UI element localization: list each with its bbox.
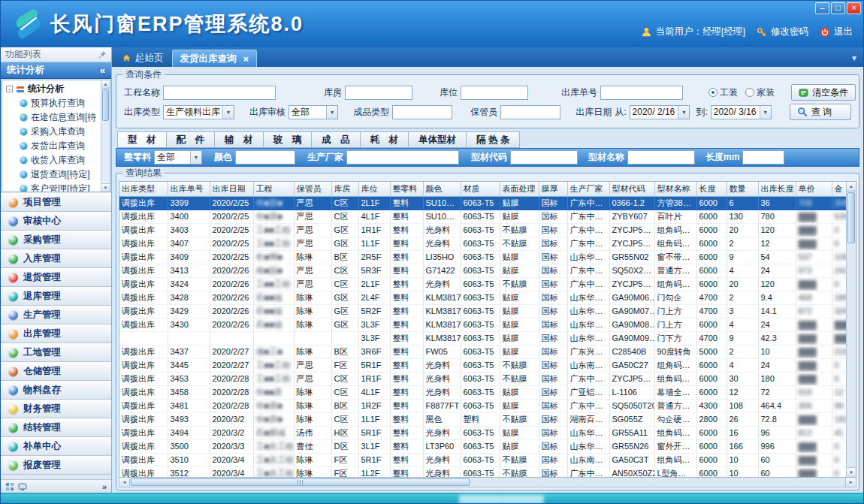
- scroll-right-icon[interactable]: ►: [845, 478, 856, 487]
- color-input[interactable]: [235, 150, 295, 164]
- tab-list-dropdown-icon[interactable]: ▼: [850, 54, 858, 62]
- chevron-down-icon[interactable]: ▼: [190, 151, 201, 164]
- column-header[interactable]: 表面处理: [500, 182, 539, 196]
- material-tab-2[interactable]: 辅 材: [214, 131, 263, 148]
- sidebar-group-8[interactable]: 工地管理: [1, 343, 111, 362]
- minimize-button[interactable]: –: [815, 2, 829, 14]
- table-row[interactable]: 调拨出库34072020/2/25工■■工程严思G区1L1F整料光身料6063-…: [119, 237, 856, 250]
- radio-home[interactable]: 家装: [745, 86, 775, 99]
- table-row[interactable]: 调拨出库35122020/3/4工■共工程陈琳F区1L2F整料光身料6063-T…: [119, 466, 856, 478]
- date-to-picker[interactable]: 2020/ 3/16▼: [711, 105, 772, 119]
- scroll-up-icon[interactable]: ▲: [847, 182, 856, 192]
- scroll-up-icon[interactable]: ▲: [101, 80, 110, 89]
- sidebar-group-9[interactable]: 仓储管理: [1, 362, 111, 381]
- column-header[interactable]: 工程: [253, 182, 294, 196]
- table-row[interactable]: 调拨出库35102020/3/4工■共工程陈琳F区5R1F整料光身料6063-T…: [119, 453, 856, 466]
- column-header[interactable]: 出库日期: [210, 182, 253, 196]
- tree-item[interactable]: 采购入库查询: [2, 125, 101, 139]
- tree-item[interactable]: 客户管理[待定]: [2, 182, 101, 192]
- sidebar-group-7[interactable]: 出库管理: [1, 324, 111, 343]
- table-row[interactable]: 调拨出库33992020/2/25华■原■严思C区2L1F整料SU10…6063…: [119, 196, 856, 210]
- radio-workwear[interactable]: 工装: [708, 86, 738, 99]
- sidebar-group-3[interactable]: 入库管理: [1, 249, 111, 268]
- tree-item[interactable]: 在途信息查询[待: [2, 110, 101, 125]
- column-header[interactable]: 出库长度: [758, 182, 796, 196]
- material-tab-4[interactable]: 成 品: [311, 131, 360, 148]
- whole-piece-select[interactable]: 全部▼: [154, 150, 202, 164]
- table-row[interactable]: 调拨出库34132020/2/26南■园■严思C区5R3F整料G71422606…: [119, 264, 856, 277]
- material-tab-6[interactable]: 单体型材: [408, 131, 466, 148]
- tree-item[interactable]: 收货入库查询: [2, 153, 101, 167]
- tree-item[interactable]: 预算执行查询: [2, 96, 101, 110]
- date-from-picker[interactable]: 2020/ 2/16▼: [630, 105, 690, 119]
- project-name-input[interactable]: [163, 86, 276, 100]
- column-header[interactable]: 生产厂家: [567, 182, 609, 196]
- grid-view-icon[interactable]: [5, 482, 14, 491]
- chevron-down-icon[interactable]: ▼: [678, 106, 689, 119]
- tree-root[interactable]: - 统计分析: [2, 82, 101, 96]
- table-row[interactable]: 调拨出库34032020/2/25工■■工程严思G区1R1F整料光身料6063-…: [119, 223, 856, 237]
- chevron-down-icon[interactable]: ▼: [326, 106, 337, 119]
- sidebar-group-header-stats[interactable]: 统计分析 «: [1, 62, 111, 79]
- table-row[interactable]: 调拨出库34092020/2/25长■网■陈琳B区2R5F整料LI35HO606…: [119, 250, 856, 264]
- logout-link[interactable]: 退出: [834, 26, 853, 38]
- sidebar-group-14[interactable]: 报废管理: [1, 456, 111, 475]
- keeper-input[interactable]: [500, 105, 560, 119]
- tree-item[interactable]: 发货出库查询: [2, 139, 101, 153]
- column-header[interactable]: 出库单号: [168, 182, 210, 196]
- table-row[interactable]: 调拨出库34582020/2/28华■■原陈琳C区4L1F整料光身料6063-T…: [119, 385, 856, 399]
- table-row[interactable]: 3L3F整料KLM38176063-T5贴膜国标山东华…GA90M09…门下方4…: [119, 331, 856, 345]
- chevron-down-icon[interactable]: ▼: [222, 106, 234, 119]
- column-header[interactable]: 膜厚: [539, 182, 567, 196]
- pin-icon[interactable]: [98, 50, 107, 59]
- table-row[interactable]: 调拨出库34452020/2/27工■■工程严思F区5R1F整料光身料6063-…: [119, 358, 856, 372]
- horizontal-scroll-thumb[interactable]: [131, 478, 470, 486]
- scroll-down-icon[interactable]: ▼: [847, 467, 856, 477]
- material-tab-7[interactable]: 隔 热 条: [466, 131, 520, 148]
- sidebar-group-1[interactable]: 审核中心: [1, 212, 111, 231]
- tree-item[interactable]: 退货查询[待定]: [2, 167, 101, 182]
- column-header[interactable]: 单价: [796, 182, 832, 196]
- maximize-button[interactable]: □: [831, 2, 845, 14]
- sidebar-group-11[interactable]: 财务管理: [1, 400, 111, 418]
- profile-name-input[interactable]: [627, 150, 695, 164]
- tree-expander-icon[interactable]: -: [6, 86, 13, 92]
- tree-scrollbar[interactable]: ▲ ▼: [101, 80, 110, 192]
- column-header[interactable]: 型材代码: [609, 182, 654, 196]
- vertical-scrollbar[interactable]: ▲ ▼: [846, 182, 856, 477]
- material-tab-1[interactable]: 配 件: [166, 131, 215, 148]
- column-header[interactable]: 材质: [461, 182, 500, 196]
- sidebar-group-13[interactable]: 补单中心: [1, 437, 111, 456]
- table-row[interactable]: 调拨出库34532020/2/28工■■工程严思C区1R1F整料光身料6063-…: [119, 372, 856, 385]
- clear-conditions-button[interactable]: 清空条件: [791, 84, 856, 101]
- table-row[interactable]: 调拨出库34942020/3/2石■辉城汤伟H区5R1F整料光身料6063-T5…: [119, 426, 856, 439]
- table-row[interactable]: 调拨出库34002020/2/25华■原■严思C区4L1F整料SU10…6063…: [119, 210, 856, 223]
- close-tab-icon[interactable]: ×: [243, 53, 249, 65]
- column-header[interactable]: 库房: [331, 182, 358, 196]
- table-row[interactable]: 调拨出库34292020/2/26石■■城陈琳G区5R2F整料KLM381760…: [119, 304, 856, 318]
- sidebar-group-4[interactable]: 退货管理: [1, 268, 111, 287]
- scroll-left-icon[interactable]: ◄: [119, 478, 130, 487]
- material-tab-5[interactable]: 耗 材: [360, 131, 409, 148]
- material-tab-3[interactable]: 玻 璃: [263, 131, 312, 148]
- sidebar-group-0[interactable]: 项目管理: [1, 193, 111, 212]
- vertical-scroll-thumb[interactable]: [847, 192, 855, 243]
- horizontal-scrollbar[interactable]: ◄ ►: [119, 478, 856, 487]
- chevron-down-icon[interactable]: ▼: [760, 106, 771, 119]
- monitor-icon[interactable]: [18, 482, 27, 491]
- tab-shipping-outbound-query[interactable]: 发货出库查询×: [172, 50, 258, 67]
- column-header[interactable]: 整零料: [390, 182, 423, 196]
- warehouse-input[interactable]: [345, 86, 412, 100]
- tree-scroll-thumb[interactable]: [102, 89, 109, 121]
- manufacturer-input[interactable]: [346, 150, 459, 164]
- close-button[interactable]: ×: [847, 2, 861, 14]
- order-no-input[interactable]: [600, 86, 683, 100]
- column-header[interactable]: 数量: [727, 182, 758, 196]
- out-type-select[interactable]: 生产领料出库▼: [163, 105, 234, 119]
- table-row[interactable]: 调拨出库35002020/3/3工■共工程曹佳D区3L1F整料LT3P60606…: [119, 439, 856, 453]
- sidebar-group-5[interactable]: 退库管理: [1, 287, 111, 306]
- length-input[interactable]: [742, 150, 784, 164]
- column-header[interactable]: 颜色: [423, 182, 461, 196]
- column-header[interactable]: 库位: [358, 182, 390, 196]
- profile-code-input[interactable]: [510, 150, 578, 164]
